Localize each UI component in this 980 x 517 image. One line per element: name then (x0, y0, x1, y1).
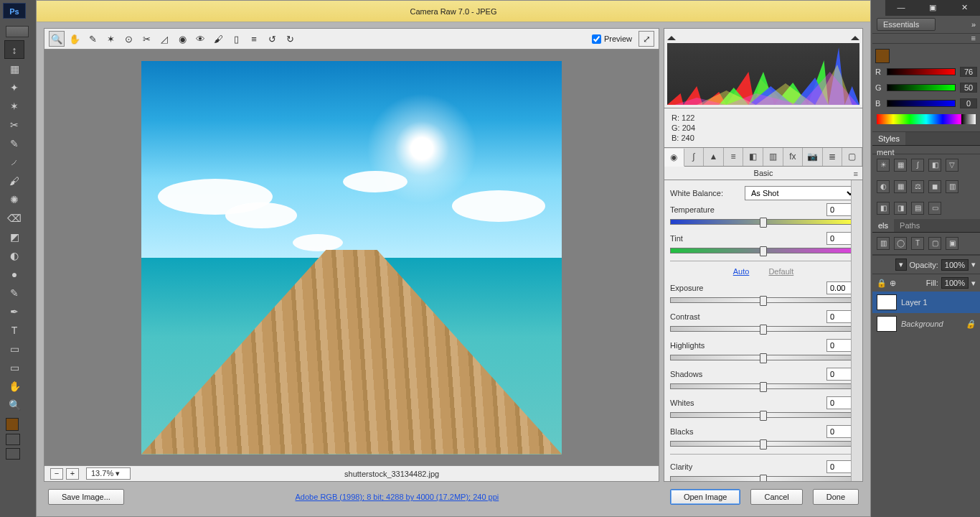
tab-curve-icon[interactable]: ∫ (684, 148, 705, 166)
hue-icon[interactable]: ▦ (894, 180, 907, 193)
slider-handle[interactable] (760, 439, 767, 450)
ps-tool-icon[interactable]: 🖌 (4, 171, 24, 190)
highlight-clip-icon[interactable] (851, 32, 859, 40)
minimize-button[interactable]: — (885, 0, 917, 16)
tab-split-icon[interactable]: ◧ (743, 148, 763, 166)
adjustbrush-icon[interactable]: 🖌 (210, 31, 226, 47)
channel-icon[interactable]: ◧ (877, 202, 890, 215)
curves-icon[interactable]: ∫ (911, 159, 924, 172)
spectrum-ramp[interactable] (877, 114, 976, 124)
ps-tool-icon[interactable]: ↕ (4, 40, 24, 59)
slider-track[interactable] (670, 355, 857, 360)
ps-tool-icon[interactable]: ▦ (4, 59, 24, 78)
slider-handle[interactable] (760, 218, 767, 228)
tab-styles[interactable]: Styles (872, 132, 905, 145)
white-balance-select[interactable]: As Shot (745, 186, 857, 200)
panel-flyout-icon[interactable]: ≡ (872, 34, 980, 44)
tab-detail-icon[interactable]: ▲ (704, 148, 724, 166)
rgb-slider[interactable] (887, 68, 956, 75)
slider-track[interactable] (670, 476, 857, 482)
ps-tool-icon[interactable]: ✋ (4, 376, 24, 395)
target-adjust-icon[interactable]: ⊙ (121, 31, 136, 47)
layer-item[interactable]: Background 🔒 (872, 313, 980, 335)
tab-fx-icon[interactable]: fx (783, 148, 804, 166)
rotate-ccw-icon[interactable]: ↺ (264, 31, 280, 47)
layer-item[interactable]: Layer 1 (872, 292, 980, 313)
ps-tool-icon[interactable]: ● (4, 264, 24, 283)
opacity-dropdown-icon[interactable]: ▾ (971, 260, 976, 269)
smart-icon[interactable]: ▣ (946, 237, 958, 250)
slider-track[interactable] (670, 441, 857, 447)
lock-icon[interactable]: 🔒 (877, 279, 887, 288)
tab-presets-icon[interactable]: ≣ (823, 148, 843, 166)
rotate-cw-icon[interactable]: ↻ (282, 31, 298, 47)
slider-handle[interactable] (760, 246, 767, 256)
shadow-clip-icon[interactable] (667, 32, 676, 40)
zoom-out-button[interactable]: − (50, 468, 63, 480)
open-image-button[interactable]: Open Image (670, 489, 741, 505)
grad-icon[interactable]: ▭ (928, 202, 941, 215)
ps-tool-icon[interactable]: ✦ (4, 78, 24, 96)
save-image-button[interactable]: Save Image... (48, 489, 124, 505)
ps-tool-icon[interactable]: T (4, 320, 24, 339)
rgb-value[interactable]: 76 (960, 67, 977, 77)
tab-basic-icon[interactable]: ◉ (664, 149, 684, 167)
threshold-icon[interactable]: ▽ (946, 159, 958, 172)
ps-tool-icon[interactable]: ◩ (4, 227, 24, 246)
poster-icon[interactable]: ▤ (911, 202, 924, 215)
cancel-button[interactable]: Cancel (750, 489, 802, 505)
gradfilter-icon[interactable]: ▯ (228, 31, 244, 47)
default-link[interactable]: Default (768, 267, 793, 276)
ps-tool-icon[interactable]: 🔍 (4, 395, 24, 414)
rgb-value[interactable]: 0 (960, 98, 977, 108)
ps-tool-icon[interactable]: ⟋ (4, 152, 24, 171)
slider-track[interactable] (670, 297, 857, 303)
vibrance-icon[interactable]: ◐ (877, 180, 890, 193)
preview-checkbox[interactable]: Preview (592, 34, 632, 44)
ps-tool-icon[interactable]: ⌫ (4, 208, 24, 227)
mask-icon[interactable]: ◯ (894, 237, 907, 250)
workflow-options-link[interactable]: Adobe RGB (1998); 8 bit; 4288 by 4000 (1… (134, 493, 660, 501)
rgb-slider[interactable] (887, 84, 956, 91)
tab-camera-icon[interactable]: 📷 (803, 148, 823, 166)
straighten-icon[interactable]: ◿ (156, 31, 172, 47)
zoom-tool-icon[interactable]: 🔍 (49, 31, 65, 47)
panel-menu-icon[interactable]: ≡ (854, 169, 858, 178)
color-swatch-icon[interactable] (875, 49, 890, 63)
foreground-color-swatch[interactable] (6, 418, 19, 431)
maximize-button[interactable]: ▣ (917, 0, 948, 16)
ps-tool-icon[interactable]: ✶ (4, 96, 24, 115)
tab-paths[interactable]: Paths (894, 219, 925, 232)
slider-handle[interactable] (760, 411, 767, 421)
invert-icon[interactable]: ◨ (894, 202, 907, 215)
slider-track[interactable] (670, 219, 857, 225)
toolbar-menu-icon[interactable] (6, 26, 29, 37)
shape-icon[interactable]: ▢ (928, 237, 941, 250)
exposure-icon[interactable]: ◧ (928, 159, 941, 172)
quickmask-icon[interactable] (6, 434, 20, 445)
crop-tool-icon[interactable]: ✂ (138, 31, 154, 47)
slider-handle[interactable] (760, 475, 767, 482)
bw-icon[interactable]: ◼ (928, 180, 941, 193)
screenmode-icon[interactable] (6, 448, 20, 460)
ps-tool-icon[interactable]: ✒ (4, 302, 24, 320)
lock-pos-icon[interactable]: ⊕ (890, 279, 896, 288)
levels-icon[interactable]: ▦ (894, 159, 907, 172)
tab-channels[interactable]: els (872, 219, 894, 232)
ps-tool-icon[interactable]: ▭ (4, 358, 24, 376)
slider-handle[interactable] (760, 353, 767, 363)
tab-snapshots-icon[interactable]: ▢ (842, 148, 862, 166)
blend-mode-select[interactable]: ▾ (895, 258, 907, 271)
ps-tool-icon[interactable]: ◐ (4, 246, 24, 264)
fill-dropdown-icon[interactable]: ▾ (971, 279, 976, 288)
slider-track[interactable] (670, 248, 857, 253)
close-button[interactable]: ✕ (948, 0, 980, 16)
panel-menu-icon[interactable]: » (971, 20, 976, 29)
preview-canvas[interactable] (44, 50, 659, 466)
slider-handle[interactable] (760, 296, 767, 306)
zoom-in-button[interactable]: + (66, 468, 79, 480)
fill-value[interactable]: 100% (941, 277, 969, 289)
tab-hsl-icon[interactable]: ≡ (724, 148, 744, 166)
slider-handle[interactable] (760, 382, 767, 392)
brightness-icon[interactable]: ☀ (877, 159, 890, 172)
